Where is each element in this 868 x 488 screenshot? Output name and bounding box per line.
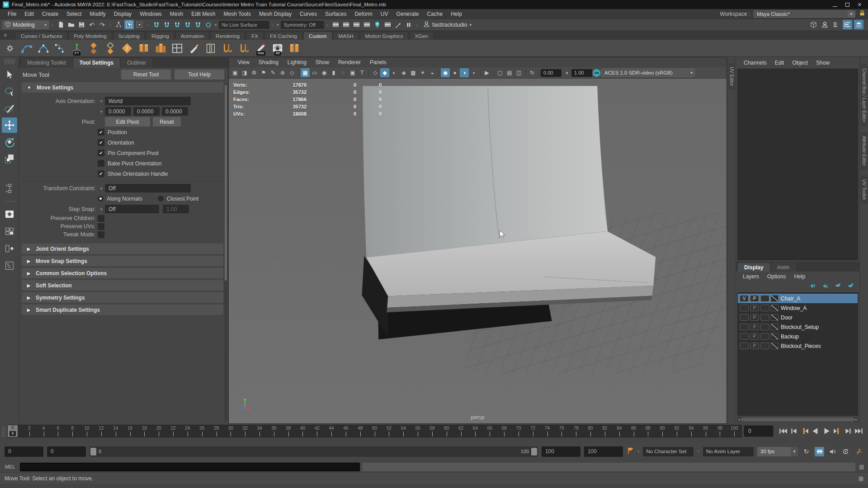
snap-to-camera-icon[interactable]: ▣ bbox=[231, 68, 240, 77]
anim-layer-select[interactable]: No Anim Layer bbox=[703, 447, 754, 456]
timeline-tick[interactable]: 54 bbox=[396, 425, 410, 437]
layer-color-swatch[interactable] bbox=[771, 333, 778, 340]
timeline-tick[interactable]: 10 bbox=[80, 425, 94, 437]
reset-pivot-button[interactable]: Reset bbox=[153, 117, 181, 127]
menu-mesh-display[interactable]: Mesh Display bbox=[255, 10, 296, 18]
mirror-cut-tool[interactable] bbox=[137, 41, 151, 56]
timeline-playhead[interactable]: 0 0 bbox=[8, 425, 18, 437]
radio-closest-point[interactable] bbox=[158, 196, 164, 202]
mirror-geometry-tool[interactable] bbox=[86, 41, 101, 56]
select-tool[interactable] bbox=[2, 67, 17, 83]
current-frame-field[interactable]: 0 bbox=[744, 425, 774, 437]
separator-grip[interactable] bbox=[110, 22, 112, 28]
shaded-mode-button[interactable]: ◆ bbox=[380, 68, 389, 77]
layer-row-window-a[interactable]: PWindow_A bbox=[738, 303, 858, 313]
timeline-tick[interactable]: 88 bbox=[641, 425, 655, 437]
layer-playback-toggle[interactable]: P bbox=[750, 314, 759, 321]
timeline-tick[interactable]: 18 bbox=[137, 425, 151, 437]
step-back-frame-button[interactable] bbox=[789, 426, 798, 436]
outliner-layout-button[interactable] bbox=[2, 258, 17, 273]
menu-surfaces[interactable]: Surfaces bbox=[321, 10, 350, 18]
layer-visibility-toggle[interactable] bbox=[740, 333, 749, 340]
layer-color-swatch[interactable] bbox=[771, 295, 778, 302]
show-all-button[interactable]: All bbox=[270, 41, 285, 56]
timeline-tick[interactable]: 30 bbox=[223, 425, 238, 437]
mute-audio-icon[interactable] bbox=[828, 447, 837, 456]
timeline-tick[interactable]: 56 bbox=[410, 425, 425, 437]
sync-playback-icon[interactable] bbox=[841, 447, 850, 456]
layer-reference-toggle[interactable] bbox=[760, 305, 769, 311]
checkbox-tweak-mode[interactable] bbox=[98, 231, 104, 238]
checkbox-position[interactable] bbox=[98, 129, 104, 136]
timeline-tick[interactable]: 2 bbox=[22, 425, 37, 437]
timeline-tick[interactable]: 36 bbox=[267, 425, 281, 437]
separator-grip[interactable] bbox=[52, 22, 53, 28]
section-joint-orient-settings[interactable]: Joint Orient Settings bbox=[22, 244, 223, 254]
camera-bookmark-icon[interactable]: ⚑ bbox=[259, 68, 268, 77]
shelf-tab-poly-modeling[interactable]: Poly Modeling bbox=[68, 32, 112, 40]
dock-grip[interactable] bbox=[5, 59, 14, 64]
object-selection-button[interactable]: ▶ bbox=[482, 68, 491, 77]
three-point-arc-tool[interactable] bbox=[36, 41, 51, 56]
offset-field-1[interactable]: 0.0000 bbox=[133, 107, 160, 116]
separator-grip[interactable] bbox=[147, 22, 149, 28]
timeline-tick[interactable]: 84 bbox=[612, 425, 627, 437]
menu-edit-mesh[interactable]: Edit Mesh bbox=[187, 10, 219, 18]
layer-playback-toggle[interactable]: P bbox=[750, 295, 759, 302]
paint-select-tool[interactable] bbox=[2, 101, 17, 116]
pencil-curve-tool[interactable] bbox=[53, 41, 67, 56]
contrast-icon[interactable]: ◑ bbox=[562, 68, 571, 77]
command-input[interactable] bbox=[20, 463, 360, 471]
colorspace-select[interactable]: ACES 1.0 SDR-video (sRGB) bbox=[601, 69, 695, 77]
timeline-tick[interactable]: 78 bbox=[569, 425, 583, 437]
timeline-tick[interactable]: 92 bbox=[670, 425, 684, 437]
shelf-tab-xgen[interactable]: XGen bbox=[410, 32, 434, 40]
transform-constraint-select[interactable]: Off bbox=[105, 184, 191, 192]
timeline-tick[interactable]: 80 bbox=[583, 425, 598, 437]
bookmark-flag-icon[interactable] bbox=[627, 447, 634, 456]
checkbox-preserve-uvs[interactable] bbox=[98, 223, 104, 230]
chevron-down-icon[interactable] bbox=[277, 23, 279, 27]
section-move-snap-settings[interactable]: Move Snap Settings bbox=[22, 256, 223, 266]
shadow-preview-button[interactable]: ● bbox=[450, 68, 459, 77]
render-settings[interactable] bbox=[362, 20, 372, 29]
grease-pencil-icon[interactable]: ◇ bbox=[288, 68, 297, 77]
separator-grip[interactable] bbox=[327, 22, 329, 28]
gate-mask-toggle[interactable]: ▮ bbox=[329, 68, 338, 77]
layer-visibility-toggle[interactable] bbox=[740, 324, 749, 330]
workspace-lock-icon[interactable] bbox=[859, 10, 865, 18]
chevron-down-icon[interactable] bbox=[98, 99, 105, 103]
timeline-tick[interactable]: 86 bbox=[627, 425, 641, 437]
timeline-tick[interactable]: 38 bbox=[281, 425, 296, 437]
ipr-render[interactable] bbox=[352, 20, 361, 29]
timeline-tick[interactable]: 64 bbox=[468, 425, 483, 437]
display-layers-toggle[interactable] bbox=[854, 20, 863, 29]
timeline-tick[interactable]: 48 bbox=[353, 425, 368, 437]
checkbox-preserve-children[interactable] bbox=[98, 215, 104, 222]
timeline-ruler[interactable]: 0 0 024681012141618202224262830323436384… bbox=[7, 425, 742, 437]
timeline-tick[interactable]: 40 bbox=[296, 425, 310, 437]
rerender-frame[interactable] bbox=[383, 20, 392, 29]
go-to-start-button[interactable] bbox=[778, 426, 788, 436]
shelf-tab-rendering[interactable]: Rendering bbox=[210, 32, 245, 40]
sidebar-tab-attribute-editor[interactable]: Attribute Editor bbox=[861, 132, 868, 170]
2d-pan-zoom-icon[interactable]: ⊕ bbox=[278, 68, 287, 77]
single-pane-layout-button[interactable] bbox=[2, 206, 17, 222]
timeline-tick[interactable]: 26 bbox=[195, 425, 209, 437]
timeline-tick[interactable]: 4 bbox=[37, 425, 51, 437]
lasso-select-tool[interactable] bbox=[2, 84, 17, 99]
character-controls-toggle[interactable] bbox=[820, 20, 830, 29]
step-forward-frame-button[interactable] bbox=[843, 426, 853, 436]
layer-visibility-toggle[interactable] bbox=[740, 314, 749, 321]
save-scene-button[interactable] bbox=[77, 20, 86, 29]
script-editor-icon[interactable]: ▤ bbox=[858, 464, 866, 470]
timeline-tick[interactable]: 50 bbox=[368, 425, 382, 437]
shelf-tab-sculpting[interactable]: Sculpting bbox=[113, 32, 145, 40]
timeline-tick[interactable]: 82 bbox=[598, 425, 612, 437]
shelf-tab-mash[interactable]: MASH bbox=[333, 32, 359, 40]
timeline-tick[interactable]: 12 bbox=[94, 425, 108, 437]
character-set-select[interactable]: No Character Set bbox=[643, 447, 693, 456]
paste-buffer-button[interactable]: ▤ bbox=[505, 68, 514, 77]
range-end-handle[interactable] bbox=[531, 448, 537, 455]
timeline-tick[interactable]: 42 bbox=[310, 425, 324, 437]
